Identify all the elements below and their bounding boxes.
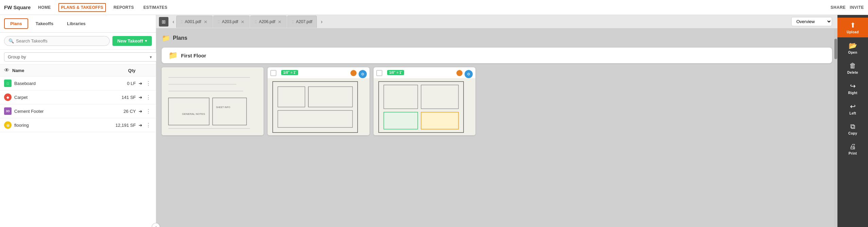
tab-close-icon[interactable]: ✕ (240, 19, 245, 24)
carpet-icon: ◆ (4, 93, 12, 101)
tab-grip-icon: ⁚⁚ (292, 20, 294, 24)
table-row[interactable]: ◆ Carpet 141 SF ➜ ⋮ (0, 90, 156, 104)
row-name: flooring (14, 123, 115, 128)
tab-close-icon[interactable]: ✕ (277, 19, 282, 24)
canvas-area: 📁 Plans 📁 First Floor (156, 29, 837, 227)
grid-view-button[interactable]: ⊞ (159, 17, 168, 27)
thumb-checkbox[interactable] (376, 70, 382, 76)
table-row[interactable]: □ Baseboard 0 LF ➜ ⋮ (0, 76, 156, 90)
top-nav: FW Square HOME PLANS & TAKEOFFS REPORTS … (0, 0, 868, 15)
blueprint-preview (268, 78, 369, 135)
row-arrow-icon: ➜ (139, 123, 142, 128)
right-actions-sidebar: ⬆ Upload 📂 Open 🗑 Delete ↪ Right ↩ Left … (837, 15, 868, 227)
row-arrow-icon: ➜ (139, 109, 142, 114)
tab-close-icon[interactable]: ✕ (203, 19, 208, 24)
cement-icon: 3D (4, 107, 12, 115)
search-box[interactable]: 🔍 (4, 36, 110, 46)
file-tab-a207[interactable]: ⁚⁚ A207.pdf (287, 16, 317, 28)
right-content: ⊞ ‹ ⁚⁚ A001.pdf ✕ ⁚⁚ A203.pdf ✕ ⁚⁚ A206.… (156, 15, 837, 227)
takeoff-list: □ Baseboard 0 LF ➜ ⋮ ◆ Carpet 141 SF ➜ ⋮… (0, 76, 156, 227)
table-header: 👁 Name Qty (0, 65, 156, 76)
nav-plans-takeoffs[interactable]: PLANS & TAKEOFFS (58, 3, 106, 12)
right-button[interactable]: ↪ Right (837, 78, 868, 98)
open-icon: 📂 (849, 41, 857, 50)
left-button[interactable]: ↩ Left (837, 99, 868, 119)
tab-bar: Plans Takeoffs Libraries (0, 15, 156, 33)
file-tab-a001[interactable]: ⁚⁚ A001.pdf ✕ (176, 16, 213, 28)
share-button[interactable]: SHARE (831, 5, 846, 10)
tab-grip-icon: ⁚⁚ (181, 20, 183, 24)
row-more-button[interactable]: ⋮ (145, 108, 152, 115)
file-tabs-bar: ⊞ ‹ ⁚⁚ A001.pdf ✕ ⁚⁚ A203.pdf ✕ ⁚⁚ A206.… (156, 15, 837, 29)
groupby-select[interactable]: Group by (4, 52, 158, 62)
tab-takeoffs[interactable]: Takeoffs (30, 18, 60, 29)
new-takeoff-button[interactable]: New Takeoff ▾ (112, 36, 152, 46)
nav-reports[interactable]: REPORTS (111, 4, 136, 11)
v-scrollbar[interactable] (834, 29, 837, 227)
tab-grip-icon: ⁚⁚ (218, 20, 220, 24)
upload-button[interactable]: ⬆ Upload (837, 18, 868, 37)
tab-forward-button[interactable]: › (319, 17, 325, 26)
caret-icon: ▾ (145, 39, 147, 43)
invite-button[interactable]: INVITE (850, 5, 864, 10)
tab-plans[interactable]: Plans (4, 18, 28, 29)
copy-button[interactable]: ⧉ Copy (837, 119, 868, 139)
row-qty: 12,191 SF (115, 123, 136, 128)
first-floor-folder[interactable]: 📁 First Floor (162, 48, 832, 63)
blueprint-svg (268, 78, 369, 135)
col-name-header: Name (12, 68, 128, 73)
thumb-status-dot (350, 70, 357, 76)
row-qty: 26 CY (124, 109, 136, 114)
print-icon: 🖨 (849, 143, 856, 151)
plans-folder-icon: 📁 (162, 34, 170, 42)
delete-icon: 🗑 (849, 62, 856, 70)
main-layout: Plans Takeoffs Libraries 🔍 New Takeoff ▾… (0, 15, 868, 227)
file-tab-a206[interactable]: ⁚⁚ A206.pdf ✕ (250, 16, 287, 28)
plans-header: 📁 Plans (162, 34, 832, 42)
row-more-button[interactable]: ⋮ (145, 122, 152, 128)
thumbnail-card[interactable]: 1/8" = 1' ⚙ (268, 67, 369, 135)
nav-estimates[interactable]: ESTIMATES (141, 4, 169, 11)
row-name: Baseboard (14, 81, 127, 86)
blueprint-svg (374, 78, 475, 135)
search-input[interactable] (16, 38, 105, 43)
print-button[interactable]: 🖨 Print (837, 139, 868, 159)
thumbnail-card[interactable]: 1/8" = 1' ⚙ (374, 67, 475, 135)
thumbnails-row: GENERAL NOTES SHEET INFO 1/8" = 1' ⚙ (162, 67, 832, 135)
row-arrow-icon: ➜ (139, 81, 142, 86)
col-qty-header: Qty (128, 68, 135, 73)
blueprint-preview (374, 78, 475, 135)
blueprint-preview: GENERAL NOTES SHEET INFO (162, 67, 264, 135)
row-name: Carpet (14, 95, 122, 100)
file-tab-label: A206.pdf (259, 19, 275, 24)
thumb-architect-icon: ⚙ (465, 70, 473, 78)
baseboard-icon: □ (4, 80, 12, 87)
thumbnail-card[interactable]: GENERAL NOTES SHEET INFO (162, 67, 264, 135)
nav-home[interactable]: HOME (36, 4, 53, 11)
table-row[interactable]: 3D Cement Footer 26 CY ➜ ⋮ (0, 104, 156, 118)
overview-select[interactable]: Overview (791, 17, 832, 26)
file-tab-label: A001.pdf (185, 19, 201, 24)
row-qty: 0 LF (127, 81, 136, 86)
thumb-checkbox[interactable] (270, 70, 276, 76)
file-tab-label: A207.pdf (296, 19, 312, 24)
search-row: 🔍 New Takeoff ▾ (0, 33, 156, 50)
rotate-right-icon: ↪ (850, 82, 856, 90)
thumb-scale-label: 1/8" = 1' (387, 70, 404, 75)
delete-button[interactable]: 🗑 Delete (837, 58, 868, 78)
blueprint-svg: GENERAL NOTES SHEET INFO (162, 67, 264, 135)
row-more-button[interactable]: ⋮ (145, 94, 152, 101)
groupby-row: Group by ▾ (0, 50, 156, 65)
eye-icon: 👁 (4, 67, 10, 73)
row-arrow-icon: ➜ (139, 95, 142, 100)
svg-rect-19 (384, 112, 418, 129)
file-tab-a203[interactable]: ⁚⁚ A203.pdf ✕ (213, 16, 250, 28)
tab-libraries[interactable]: Libraries (61, 18, 92, 29)
table-row[interactable]: ◎ flooring 12,191 SF ➜ ⋮ (0, 118, 156, 132)
open-button[interactable]: 📂 Open (837, 38, 868, 58)
row-more-button[interactable]: ⋮ (145, 80, 152, 87)
first-floor-label: First Floor (181, 53, 206, 58)
tab-back-button[interactable]: ‹ (170, 17, 176, 26)
tab-grip-icon: ⁚⁚ (255, 20, 257, 24)
scrollbar-thumb[interactable] (834, 39, 837, 59)
